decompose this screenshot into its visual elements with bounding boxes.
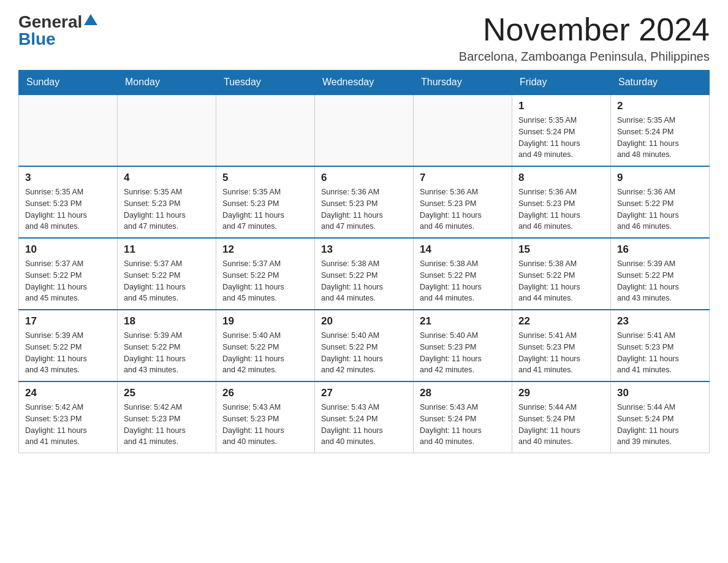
day-info: Sunrise: 5:41 AMSunset: 5:23 PMDaylight:…	[617, 330, 703, 376]
day-number: 2	[617, 100, 703, 112]
day-number: 29	[518, 387, 604, 399]
day-info: Sunrise: 5:37 AMSunset: 5:22 PMDaylight:…	[25, 258, 111, 304]
header: General Blue November 2024 Barcelona, Za…	[18, 12, 710, 64]
header-saturday: Saturday	[611, 71, 710, 95]
day-number: 30	[617, 387, 703, 399]
calendar-cell: 10Sunrise: 5:37 AMSunset: 5:22 PMDayligh…	[19, 238, 118, 310]
day-info: Sunrise: 5:36 AMSunset: 5:22 PMDaylight:…	[617, 186, 703, 232]
day-number: 15	[518, 243, 604, 256]
day-info: Sunrise: 5:38 AMSunset: 5:22 PMDaylight:…	[321, 258, 407, 304]
day-info: Sunrise: 5:35 AMSunset: 5:23 PMDaylight:…	[124, 186, 210, 232]
calendar-cell: 28Sunrise: 5:43 AMSunset: 5:24 PMDayligh…	[414, 381, 512, 453]
day-info: Sunrise: 5:37 AMSunset: 5:22 PMDaylight:…	[222, 258, 308, 304]
logo-text-blue: Blue	[18, 29, 56, 48]
day-number: 5	[222, 172, 308, 184]
calendar-cell: 4Sunrise: 5:35 AMSunset: 5:23 PMDaylight…	[118, 166, 216, 238]
day-number: 1	[518, 100, 604, 112]
day-number: 6	[321, 172, 407, 184]
day-number: 21	[420, 315, 506, 327]
calendar-cell: 26Sunrise: 5:43 AMSunset: 5:23 PMDayligh…	[216, 381, 315, 453]
day-number: 27	[321, 387, 407, 399]
calendar-cell: 29Sunrise: 5:44 AMSunset: 5:24 PMDayligh…	[512, 381, 611, 453]
calendar-cell: 13Sunrise: 5:38 AMSunset: 5:22 PMDayligh…	[315, 238, 414, 310]
day-number: 8	[518, 172, 604, 184]
header-sunday: Sunday	[19, 71, 118, 95]
calendar-cell: 22Sunrise: 5:41 AMSunset: 5:23 PMDayligh…	[512, 310, 611, 381]
day-number: 4	[124, 172, 210, 184]
header-wednesday: Wednesday	[315, 71, 414, 95]
calendar-cell	[315, 94, 414, 166]
day-number: 17	[25, 315, 111, 327]
calendar-cell: 25Sunrise: 5:42 AMSunset: 5:23 PMDayligh…	[118, 381, 216, 453]
day-info: Sunrise: 5:36 AMSunset: 5:23 PMDaylight:…	[321, 186, 407, 232]
day-number: 10	[25, 243, 111, 256]
calendar-cell: 2Sunrise: 5:35 AMSunset: 5:24 PMDaylight…	[611, 94, 710, 166]
day-info: Sunrise: 5:44 AMSunset: 5:24 PMDaylight:…	[518, 402, 604, 448]
week-row-4: 17Sunrise: 5:39 AMSunset: 5:22 PMDayligh…	[19, 310, 710, 381]
day-info: Sunrise: 5:35 AMSunset: 5:23 PMDaylight:…	[25, 186, 111, 232]
subtitle: Barcelona, Zamboanga Peninsula, Philippi…	[459, 50, 710, 64]
day-info: Sunrise: 5:43 AMSunset: 5:24 PMDaylight:…	[321, 402, 407, 448]
calendar-cell: 23Sunrise: 5:41 AMSunset: 5:23 PMDayligh…	[611, 310, 710, 381]
calendar-cell: 14Sunrise: 5:38 AMSunset: 5:22 PMDayligh…	[414, 238, 512, 310]
svg-marker-0	[84, 14, 97, 25]
calendar-cell: 12Sunrise: 5:37 AMSunset: 5:22 PMDayligh…	[216, 238, 315, 310]
week-row-1: 1Sunrise: 5:35 AMSunset: 5:24 PMDaylight…	[19, 94, 710, 166]
day-info: Sunrise: 5:39 AMSunset: 5:22 PMDaylight:…	[25, 330, 111, 376]
day-number: 25	[124, 387, 210, 399]
calendar-cell: 16Sunrise: 5:39 AMSunset: 5:22 PMDayligh…	[611, 238, 710, 310]
header-thursday: Thursday	[414, 71, 512, 95]
calendar-cell: 3Sunrise: 5:35 AMSunset: 5:23 PMDaylight…	[19, 166, 118, 238]
calendar-cell: 15Sunrise: 5:38 AMSunset: 5:22 PMDayligh…	[512, 238, 611, 310]
day-number: 22	[518, 315, 604, 327]
calendar-cell: 21Sunrise: 5:40 AMSunset: 5:23 PMDayligh…	[414, 310, 512, 381]
day-info: Sunrise: 5:35 AMSunset: 5:24 PMDaylight:…	[518, 115, 604, 161]
day-number: 26	[222, 387, 308, 399]
calendar-cell: 6Sunrise: 5:36 AMSunset: 5:23 PMDaylight…	[315, 166, 414, 238]
week-row-5: 24Sunrise: 5:42 AMSunset: 5:23 PMDayligh…	[19, 381, 710, 453]
day-number: 18	[124, 315, 210, 327]
day-info: Sunrise: 5:35 AMSunset: 5:23 PMDaylight:…	[222, 186, 308, 232]
week-row-2: 3Sunrise: 5:35 AMSunset: 5:23 PMDaylight…	[19, 166, 710, 238]
main-title: November 2024	[459, 12, 710, 47]
day-info: Sunrise: 5:35 AMSunset: 5:24 PMDaylight:…	[617, 115, 703, 161]
calendar-cell: 27Sunrise: 5:43 AMSunset: 5:24 PMDayligh…	[315, 381, 414, 453]
calendar-cell	[19, 94, 118, 166]
week-row-3: 10Sunrise: 5:37 AMSunset: 5:22 PMDayligh…	[19, 238, 710, 310]
day-info: Sunrise: 5:37 AMSunset: 5:22 PMDaylight:…	[124, 258, 210, 304]
calendar: Sunday Monday Tuesday Wednesday Thursday…	[18, 70, 710, 453]
day-info: Sunrise: 5:39 AMSunset: 5:22 PMDaylight:…	[124, 330, 210, 376]
day-info: Sunrise: 5:41 AMSunset: 5:23 PMDaylight:…	[518, 330, 604, 376]
calendar-cell: 8Sunrise: 5:36 AMSunset: 5:23 PMDaylight…	[512, 166, 611, 238]
logo-triangle-icon	[84, 13, 97, 26]
day-info: Sunrise: 5:40 AMSunset: 5:22 PMDaylight:…	[321, 330, 407, 376]
calendar-cell	[414, 94, 512, 166]
day-info: Sunrise: 5:38 AMSunset: 5:22 PMDaylight:…	[518, 258, 604, 304]
day-number: 14	[420, 243, 506, 256]
day-number: 9	[617, 172, 703, 184]
day-number: 11	[124, 243, 210, 256]
header-friday: Friday	[512, 71, 611, 95]
calendar-cell: 30Sunrise: 5:44 AMSunset: 5:24 PMDayligh…	[611, 381, 710, 453]
day-info: Sunrise: 5:44 AMSunset: 5:24 PMDaylight:…	[617, 402, 703, 448]
calendar-cell: 24Sunrise: 5:42 AMSunset: 5:23 PMDayligh…	[19, 381, 118, 453]
day-info: Sunrise: 5:39 AMSunset: 5:22 PMDaylight:…	[617, 258, 703, 304]
day-number: 28	[420, 387, 506, 399]
day-number: 3	[25, 172, 111, 184]
calendar-cell: 18Sunrise: 5:39 AMSunset: 5:22 PMDayligh…	[118, 310, 216, 381]
day-info: Sunrise: 5:38 AMSunset: 5:22 PMDaylight:…	[420, 258, 506, 304]
day-number: 16	[617, 243, 703, 256]
calendar-cell: 7Sunrise: 5:36 AMSunset: 5:23 PMDaylight…	[414, 166, 512, 238]
day-info: Sunrise: 5:36 AMSunset: 5:23 PMDaylight:…	[420, 186, 506, 232]
day-info: Sunrise: 5:43 AMSunset: 5:24 PMDaylight:…	[420, 402, 506, 448]
day-number: 24	[25, 387, 111, 399]
day-number: 23	[617, 315, 703, 327]
calendar-cell: 5Sunrise: 5:35 AMSunset: 5:23 PMDaylight…	[216, 166, 315, 238]
calendar-header-row: Sunday Monday Tuesday Wednesday Thursday…	[19, 71, 710, 95]
day-info: Sunrise: 5:43 AMSunset: 5:23 PMDaylight:…	[222, 402, 308, 448]
calendar-cell: 17Sunrise: 5:39 AMSunset: 5:22 PMDayligh…	[19, 310, 118, 381]
day-number: 19	[222, 315, 308, 327]
logo-container: General Blue	[18, 12, 97, 49]
day-info: Sunrise: 5:42 AMSunset: 5:23 PMDaylight:…	[25, 402, 111, 448]
calendar-cell: 20Sunrise: 5:40 AMSunset: 5:22 PMDayligh…	[315, 310, 414, 381]
